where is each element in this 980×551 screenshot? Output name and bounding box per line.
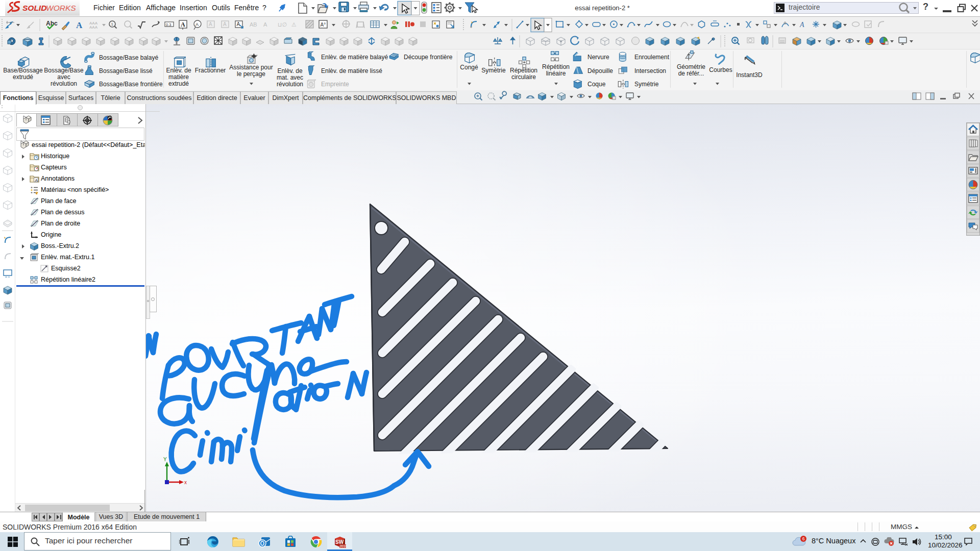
svg-text:A: A [209, 21, 212, 27]
svg-text:6: 6 [802, 536, 805, 541]
svg-text:A: A [195, 22, 199, 27]
svg-text:⊔∅: ⊔∅ [278, 21, 287, 28]
svg-text:AAA: AAA [89, 25, 98, 30]
svg-text:2016: 2016 [340, 544, 347, 548]
svg-text:0.3: 0.3 [166, 22, 171, 27]
svg-text:⚠: ⚠ [291, 21, 297, 28]
svg-text:A: A [799, 21, 804, 29]
svg-text:1: 1 [111, 22, 114, 27]
svg-text:A: A [76, 20, 83, 30]
svg-text:A: A [181, 21, 185, 28]
svg-text:AB: AB [250, 21, 257, 28]
svg-text:A: A [263, 21, 267, 28]
svg-text:A°: A° [321, 22, 326, 28]
svg-text:A: A [35, 178, 38, 183]
svg-text:A: A [223, 21, 227, 27]
svg-text:A: A [237, 21, 240, 27]
